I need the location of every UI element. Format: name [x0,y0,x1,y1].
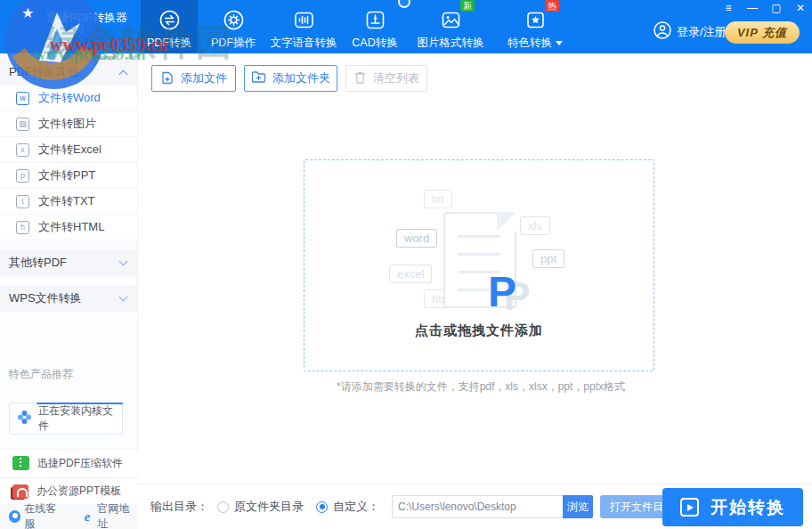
window-controls: ≡ — ▢ ✕ [722,2,807,14]
button-label: 清空列表 [373,70,419,86]
title-bar: 迅捷PDF转换器 v8.5.1.0 PDF转换 PDF操作 文字语音转换 [0,0,812,53]
nav-pdf-operate[interactable]: PDF操作 [205,0,262,53]
login-label: 登录/注册 [677,24,727,40]
nav-label: 图片格式转换 [418,36,484,51]
nav-pdf-convert[interactable]: PDF转换 [141,0,198,53]
ppt-file-icon: p [16,169,29,183]
vip-recharge-button[interactable]: VIP 充值 [725,21,800,44]
group-label: WPS文件转换 [9,290,82,306]
menu-icon[interactable]: ≡ [722,2,735,14]
item-label: 文件转Word [38,90,101,106]
format-hint-text: *请添加需要转换的文件，支持pdf，xls，xlsx，ppt，pptx格式 [267,379,694,395]
minimize-button[interactable]: — [746,2,759,14]
folded-corner [497,212,516,232]
item-label: 文件转PPT [38,167,95,183]
sidebar-group-pdf-to-other[interactable]: PDF转换其他 [0,59,137,85]
chevron-down-icon [556,41,563,45]
radio-original-folder[interactable]: 原文件夹目录 [217,499,304,515]
nav-label: PDF操作 [211,36,256,51]
start-convert-button[interactable]: 开始转换 [662,488,803,526]
radio-unchecked-icon[interactable] [217,501,229,513]
promo-label-text: 迅捷PDF压缩软件 [37,456,123,471]
item-label: 文件转图片 [38,116,96,132]
button-label: 添加文件夹 [272,70,330,86]
start-label: 开始转换 [710,496,785,519]
radio-checked-icon[interactable] [316,501,328,513]
add-file-button[interactable]: 添加文件 [151,65,236,92]
radio-label: 原文件夹目录 [234,499,304,515]
p-logo: P [488,267,516,316]
format-tag-ppt: ppt [532,249,564,268]
folder-plus-icon [251,70,266,86]
nav-label: PDF转换 [147,36,191,51]
output-path-input[interactable] [392,495,563,518]
new-badge: 新 [460,0,475,12]
pinwheel-icon [17,410,32,427]
kernel-install-status[interactable]: 正在安装内核文件 [9,403,123,435]
convert-icon [158,8,182,32]
top-navigation: PDF转换 PDF操作 文字语音转换 CAD转换 [141,0,573,53]
nav-text-voice-convert[interactable]: 文字语音转换 [262,0,345,53]
trash-icon [353,70,367,87]
nav-cad-convert[interactable]: CAD转换 [345,0,404,53]
format-tag-word: word [396,229,437,248]
sidebar-group-other-to-pdf[interactable]: 其他转PDF [0,249,137,276]
sidebar-footer: 在线客服 e 官网地址 [0,504,138,529]
chevron-down-icon [119,257,128,266]
button-label: 添加文件 [181,70,227,86]
zip-tool-icon [12,456,29,470]
txt-file-icon: t [16,195,29,208]
promo-pdf-compressor[interactable]: 迅捷PDF压缩软件 [0,449,138,476]
official-site-link[interactable]: e 官网地址 [81,501,138,529]
format-tag-txt: txt [424,190,452,208]
sidebar-item-to-image[interactable]: ▨ 文件转图片 [0,111,137,137]
app-version: v8.5.1.0 [50,24,83,35]
sidebar-item-to-txt[interactable]: t 文件转TXT [0,189,137,215]
close-button[interactable]: ✕ [794,2,807,14]
hot-badge: 热 [545,0,559,12]
cad-icon [363,8,387,32]
item-label: 文件转TXT [38,193,95,209]
group-label: 其他转PDF [9,255,67,271]
sidebar: PDF转换其他 w 文件转Word ▨ 文件转图片 x 文件转Excel p 文… [0,53,138,529]
maximize-button[interactable]: ▢ [770,2,783,14]
sidebar-item-to-word[interactable]: w 文件转Word [0,85,137,111]
nav-label: 文字语音转换 [271,36,337,51]
dropzone-caption: 点击或拖拽文件添加 [304,322,654,339]
link-label: 官网地址 [97,501,138,529]
format-tag-excel: excel [389,264,432,283]
nav-image-format-convert[interactable]: 新 图片格式转换 [404,0,497,53]
ppt-template-icon [12,484,28,499]
file-plus-icon [160,70,175,87]
play-icon [680,498,699,517]
user-icon [653,20,672,43]
output-bar: 输出目录： 原文件夹目录 自定义： 浏览 打开文件目录 开始转换 [138,484,812,529]
output-dir-label: 输出目录： [150,499,208,515]
pdf-converter-window: 迅捷PDF转换器 v8.5.1.0 PDF转换 PDF操作 文字语音转换 [0,0,812,529]
customer-service-icon [9,510,20,523]
nav-label: 特色转换 [508,36,552,51]
sidebar-group-wps-convert[interactable]: WPS文件转换 [0,285,137,312]
file-dropzone[interactable]: txt xls word ppt excel html P P 点击或拖拽文件添… [304,159,654,371]
output-path-group: 浏览 [392,495,593,518]
clear-list-button[interactable]: 清空列表 [345,65,427,92]
login-register-button[interactable]: 登录/注册 [653,20,727,43]
install-status-text: 正在安装内核文件 [38,403,122,434]
html-file-icon: h [16,221,29,234]
nav-special-convert[interactable]: 热 特色转换 [497,0,573,53]
item-label: 文件转Excel [38,142,102,158]
sidebar-item-to-html[interactable]: h 文件转HTML [0,215,137,240]
group-label: PDF转换其他 [9,64,78,80]
radio-custom-folder[interactable]: 自定义： [316,499,379,515]
sidebar-item-to-ppt[interactable]: p 文件转PPT [0,163,137,189]
voice-icon [292,8,316,32]
add-folder-button[interactable]: 添加文件夹 [244,65,337,92]
star-convert-icon [524,8,548,32]
browser-e-icon: e [81,510,93,524]
promo-label-text: 办公资源PPT模板 [37,484,121,499]
online-service-link[interactable]: 在线客服 [9,501,65,529]
browse-button[interactable]: 浏览 [563,495,593,518]
gear-icon [222,8,246,32]
sidebar-item-to-excel[interactable]: x 文件转Excel [0,137,137,163]
chevron-down-icon [119,293,128,302]
